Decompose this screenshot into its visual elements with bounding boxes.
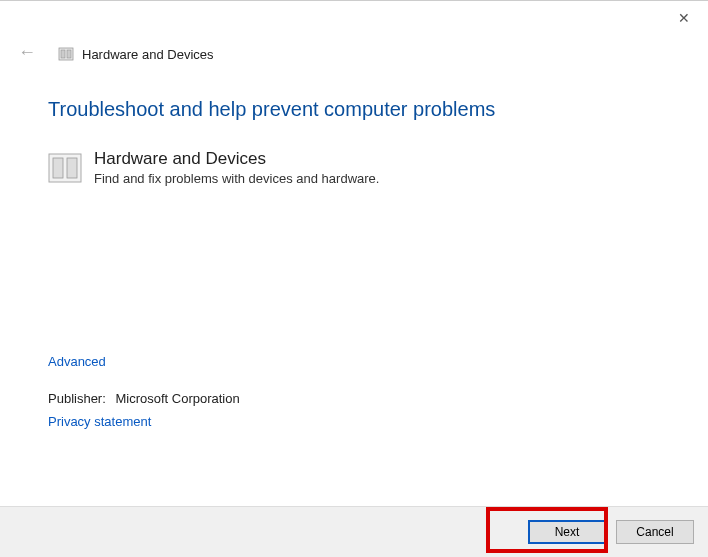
troubleshooter-item: Hardware and Devices Find and fix proble…: [48, 149, 660, 186]
titlebar: ✕: [0, 0, 708, 40]
header-row: ← Hardware and Devices: [0, 40, 708, 68]
hardware-small-icon: [58, 46, 74, 62]
page-heading: Troubleshoot and help prevent computer p…: [48, 98, 660, 121]
back-arrow-icon[interactable]: ←: [18, 42, 36, 63]
svg-rect-4: [53, 158, 63, 178]
advanced-link[interactable]: Advanced: [48, 354, 660, 369]
hardware-large-icon: [48, 151, 82, 185]
publisher-row: Publisher: Microsoft Corporation: [48, 391, 660, 406]
svg-rect-5: [67, 158, 77, 178]
footer-bar: Next Cancel: [0, 506, 708, 557]
item-description: Find and fix problems with devices and h…: [94, 171, 379, 186]
window-title: Hardware and Devices: [82, 47, 214, 62]
publisher-label: Publisher:: [48, 391, 106, 406]
svg-rect-2: [67, 50, 71, 58]
close-icon[interactable]: ✕: [678, 11, 690, 25]
cancel-button[interactable]: Cancel: [616, 520, 694, 544]
item-title: Hardware and Devices: [94, 149, 379, 169]
troubleshooter-text: Hardware and Devices Find and fix proble…: [94, 149, 379, 186]
svg-rect-1: [61, 50, 65, 58]
next-button[interactable]: Next: [528, 520, 606, 544]
content-area: Troubleshoot and help prevent computer p…: [0, 68, 708, 429]
publisher-name: Microsoft Corporation: [115, 391, 239, 406]
privacy-link[interactable]: Privacy statement: [48, 414, 660, 429]
